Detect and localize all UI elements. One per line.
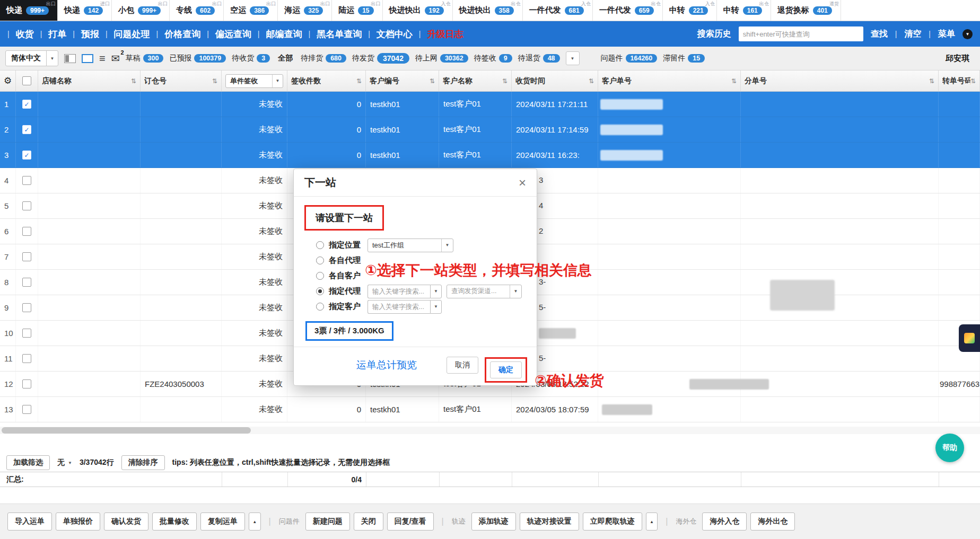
status-pill-待签收[interactable]: 待签收9 (474, 54, 512, 63)
clear-button[interactable]: 清空 (904, 29, 921, 40)
nav-item-打单[interactable]: 打单 (48, 28, 66, 40)
button-海外出仓[interactable]: 海外出仓 (750, 513, 795, 531)
filter-select[interactable]: 无 ▼ (57, 458, 72, 467)
find-button[interactable]: 查找 (871, 29, 888, 40)
select-all-checkbox[interactable] (22, 76, 31, 85)
layout-split-icon[interactable] (64, 54, 76, 63)
nav-item-文档中心[interactable]: 文档中心 (377, 28, 413, 40)
menu-button[interactable]: 菜单 (938, 29, 955, 40)
radio-指定客户[interactable] (316, 303, 324, 311)
top-tab-一件代发[interactable]: 一件代发659出仓 (593, 0, 663, 21)
status-pill-待排货[interactable]: 待排货680 (301, 54, 346, 63)
header-客户编号[interactable]: 客户编号⇅ (366, 70, 439, 91)
top-tab-中转[interactable]: 中转221入仓 (663, 0, 717, 21)
top-tab-退货换标[interactable]: 退货换标401退货 (771, 0, 841, 21)
header-签收件数[interactable]: 签收件数⇅ (287, 70, 366, 91)
waybill-preview-link[interactable]: 运单总计预览 (356, 358, 417, 372)
row-checkbox[interactable] (22, 405, 31, 414)
keyword-search-input[interactable] (368, 285, 430, 298)
row-checkbox[interactable]: ✓ (22, 151, 31, 160)
row-checkbox[interactable] (22, 227, 31, 236)
list-view-icon[interactable]: ≡ (99, 53, 106, 64)
radio-各自代理[interactable] (316, 257, 324, 264)
row-checkbox[interactable] (22, 329, 31, 338)
top-tab-中转[interactable]: 中转161出仓 (717, 0, 771, 21)
header-单件签收[interactable]: 单件签收▼ (222, 70, 287, 91)
row-checkbox[interactable] (22, 201, 31, 210)
button-立即爬取轨迹[interactable]: 立即爬取轨迹 (583, 513, 642, 531)
channel-select[interactable]: 查询发货渠道...▼ (447, 285, 522, 298)
nav-item-黑名单查询[interactable]: 黑名单查询 (317, 28, 362, 40)
top-tab-海运[interactable]: 海运325出口 (278, 0, 332, 21)
confirm-button[interactable]: 确定 (490, 361, 522, 378)
top-tab-陆运[interactable]: 陆运15出口 (332, 0, 382, 21)
floating-widget[interactable] (959, 324, 980, 352)
menu-caret-icon[interactable]: ▼ (962, 29, 973, 39)
caret-down-icon[interactable]: ▼ (430, 285, 442, 298)
scrollbar-thumb[interactable] (2, 427, 251, 434)
header-订仓号[interactable]: 订仓号⇅ (141, 70, 222, 91)
workgroup-select[interactable]: test工作组▼ (368, 238, 453, 252)
row-checkbox[interactable] (22, 354, 31, 363)
button-复制运单[interactable]: 复制运单 (200, 513, 245, 531)
row-checkbox[interactable]: ✓ (22, 125, 31, 134)
table-row[interactable]: 2✓未签收0testkh01test客户012024/03/11 17:14:5… (0, 117, 980, 143)
top-tab-空运[interactable]: 空运386出口 (224, 0, 278, 21)
header-客户名称[interactable]: 客户名称⇅ (439, 70, 512, 91)
row-checkbox[interactable] (22, 379, 31, 388)
status-pill-已预报[interactable]: 已预报100379 (169, 54, 226, 63)
help-button[interactable]: 帮助 (935, 434, 964, 462)
status-pill-问题件[interactable]: 问题件164260 (601, 54, 658, 63)
nav-item-收货[interactable]: 收货 (16, 28, 34, 40)
language-select[interactable]: 简体中文 ▼ (5, 50, 58, 66)
nav-item-价格查询[interactable]: 价格查询 (164, 28, 200, 40)
dropdown-caret-button[interactable]: ▴ (249, 513, 261, 531)
top-tab-快递[interactable]: 快递999+出口 (0, 0, 58, 21)
radio-指定位置[interactable] (316, 241, 324, 249)
close-icon[interactable]: × (519, 176, 526, 189)
search-history-link[interactable]: 搜索历史 (697, 29, 731, 40)
button-导入运单[interactable]: 导入运单 (7, 513, 52, 531)
header-分单号[interactable]: 分单号⇅ (741, 70, 939, 91)
nav-item-预报[interactable]: 预报 (81, 28, 99, 40)
row-checkbox[interactable] (22, 176, 31, 185)
header-店铺名称[interactable]: 店铺名称⇅ (38, 70, 141, 91)
button-海外入仓[interactable]: 海外入仓 (702, 513, 747, 531)
status-pill-滞留件[interactable]: 滞留件15 (663, 54, 705, 63)
nav-item-偏远查询[interactable]: 偏远查询 (215, 28, 251, 40)
radio-各自客户[interactable] (316, 272, 324, 280)
load-filter-button[interactable]: 加载筛选 (6, 455, 50, 470)
button-关闭[interactable]: 关闭 (354, 513, 383, 531)
nav-item-升级日志[interactable]: 升级日志 (427, 28, 463, 40)
caret-down-icon[interactable]: ▼ (430, 300, 442, 314)
status-pill-待上网[interactable]: 待上网30362 (415, 54, 468, 63)
nav-item-问题处理[interactable]: 问题处理 (114, 28, 150, 40)
all-filter-button[interactable]: 全部 (278, 54, 293, 63)
more-status-dropdown[interactable]: ▼ (566, 51, 580, 65)
status-pill-待收货[interactable]: 待收货3 (232, 54, 270, 63)
row-checkbox[interactable] (22, 303, 31, 312)
row-checkbox[interactable] (22, 278, 31, 287)
nav-item-邮编查询[interactable]: 邮编查询 (266, 28, 302, 40)
header-客户单号[interactable]: 客户单号⇅ (598, 70, 741, 91)
top-tab-小包[interactable]: 小包999+出口 (112, 0, 170, 21)
clear-sort-button[interactable]: 清除排序 (121, 455, 165, 470)
button-轨迹对接设置[interactable]: 轨迹对接设置 (520, 513, 579, 531)
top-tab-专线[interactable]: 专线602出口 (170, 0, 224, 21)
button-回复/查看[interactable]: 回复/查看 (387, 513, 434, 531)
row-checkbox[interactable] (22, 252, 31, 261)
sign-status-filter[interactable]: 单件签收▼ (225, 74, 283, 88)
layout-full-icon[interactable] (82, 54, 93, 63)
dropdown-caret-button[interactable]: ▴ (646, 513, 658, 531)
settings-header-cell[interactable]: ⚙ (0, 70, 16, 91)
status-pill-待退货[interactable]: 待退货48 (518, 54, 560, 63)
top-tab-快进快出[interactable]: 快进快出192入仓 (383, 0, 453, 21)
table-row[interactable]: 3✓未签收0testkh01test客户012024/03/11 16:23: (0, 143, 980, 168)
button-单独报价[interactable]: 单独报价 (56, 513, 100, 531)
button-新建问题[interactable]: 新建问题 (305, 513, 350, 531)
quick-search-input[interactable] (739, 26, 863, 41)
table-row[interactable]: 13未签收0testkh01test客户012024/03/05 18:07:5… (0, 397, 980, 422)
table-row[interactable]: 1✓未签收0testkh01test客户012024/03/11 17:21:1… (0, 92, 980, 117)
header-收货时间[interactable]: 收货时间⇅ (512, 70, 598, 91)
top-tab-快进快出[interactable]: 快进快出358出仓 (453, 0, 523, 21)
